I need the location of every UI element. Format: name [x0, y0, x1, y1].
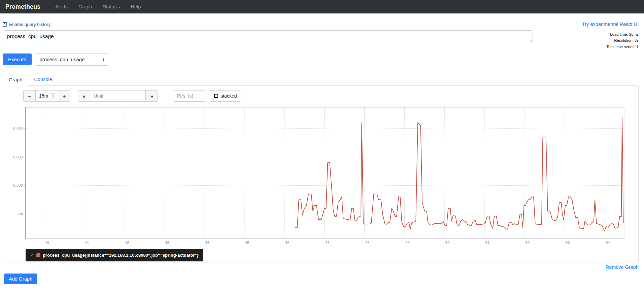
double-right-arrow-icon: » [150, 93, 153, 99]
total-time-series: Total time series: 1 [606, 44, 639, 50]
tab-bar: Graph Console [3, 74, 639, 86]
svg-text:45: 45 [245, 241, 249, 245]
svg-text:48: 48 [365, 241, 370, 245]
svg-text:40: 40 [45, 241, 49, 245]
metric-select-value: process_cpu_usage [39, 57, 84, 62]
enable-query-history-label: Enable query history [9, 22, 50, 27]
main-content: Enable query history Try experimental Re… [0, 22, 644, 290]
load-time: Load time: 28ms [606, 31, 639, 37]
nav-item-alerts[interactable]: Alerts [55, 4, 68, 9]
range-increase-button[interactable]: + [58, 90, 70, 102]
svg-text:54: 54 [606, 241, 610, 245]
navbar: Prometheus Alerts Graph Status ▾ Help [0, 0, 644, 13]
graph-panel: − 15m ▲▼ + « » stacked 404142434 [3, 86, 639, 262]
range-input[interactable]: 15m ▲▼ [35, 90, 58, 102]
svg-text:49: 49 [405, 241, 410, 245]
unchecked-box-icon [214, 94, 218, 98]
query-stats: Load time: 28ms Resolution: 3s Total tim… [606, 30, 639, 50]
prometheus-brand[interactable]: Prometheus [5, 3, 40, 10]
step-forward-button[interactable]: » [145, 90, 158, 102]
select-arrows-icon: ▲▼ [102, 58, 105, 61]
checked-box-icon [3, 22, 7, 27]
resolution-input[interactable] [173, 90, 206, 102]
svg-text:42: 42 [125, 241, 129, 245]
legend-check-icon: ✔ [30, 253, 34, 258]
tab-console[interactable]: Console [28, 74, 58, 85]
svg-text:52: 52 [526, 241, 530, 245]
svg-text:50: 50 [445, 241, 450, 245]
nav-item-help[interactable]: Help [131, 4, 141, 9]
query-input[interactable] [3, 30, 533, 43]
stacked-label: stacked [221, 93, 237, 99]
chevron-down-icon: ▾ [118, 5, 120, 9]
enable-query-history-toggle[interactable]: Enable query history [3, 22, 50, 27]
svg-text:0.002: 0.002 [13, 183, 23, 187]
tab-graph[interactable]: Graph [3, 74, 28, 86]
svg-text:1m: 1m [18, 212, 23, 216]
svg-text:53: 53 [566, 241, 570, 245]
svg-text:41: 41 [85, 241, 89, 245]
svg-text:43: 43 [165, 241, 169, 245]
nav-item-graph[interactable]: Graph [78, 4, 92, 9]
chart-svg[interactable]: 4041424344454647484950515253541m0.0020.0… [3, 106, 639, 246]
step-backward-button[interactable]: « [78, 90, 90, 102]
series-label: process_cpu_usage{instance="192.168.1.10… [43, 253, 199, 258]
range-value: 15m [39, 93, 48, 99]
until-input[interactable] [90, 90, 146, 102]
nav-item-status-label: Status [103, 4, 116, 9]
svg-text:0.003: 0.003 [13, 155, 23, 159]
chart-area: 4041424344454647484950515253541m0.0020.0… [3, 106, 638, 248]
nav-item-status[interactable]: Status ▾ [103, 4, 120, 9]
stacked-toggle[interactable]: stacked [210, 90, 241, 102]
svg-text:46: 46 [285, 241, 290, 245]
svg-text:47: 47 [325, 241, 330, 245]
legend-row[interactable]: ✔ process_cpu_usage{instance="192.168.1.… [26, 249, 203, 261]
svg-text:51: 51 [485, 241, 490, 245]
metric-select[interactable]: process_cpu_usage ▲▼ [35, 53, 109, 66]
react-ui-link[interactable]: Try experimental React UI [582, 22, 639, 27]
execute-button[interactable]: Execute [3, 53, 32, 65]
range-decrease-button[interactable]: − [23, 90, 36, 102]
graph-controls: − 15m ▲▼ + « » stacked [23, 90, 638, 102]
remove-graph-link[interactable]: Remove Graph [606, 264, 639, 270]
resolution: Resolution: 3s [606, 37, 639, 43]
series-color-swatch [36, 253, 40, 257]
add-graph-button[interactable]: Add Graph [4, 274, 37, 284]
range-spinner-icon: ▲▼ [51, 93, 55, 99]
double-left-arrow-icon: « [83, 93, 86, 99]
svg-text:0.004: 0.004 [13, 126, 23, 131]
svg-text:44: 44 [205, 241, 209, 245]
